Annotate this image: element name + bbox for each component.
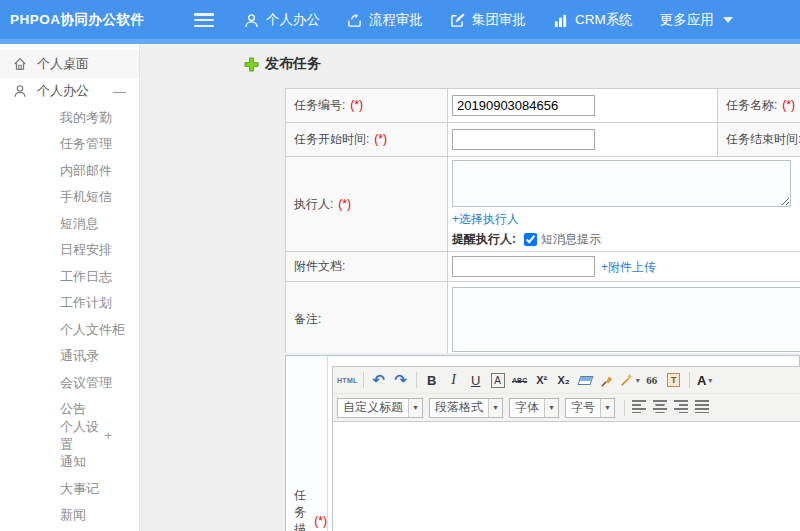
superscript-button[interactable]: X² (532, 370, 552, 390)
caret-down-icon (723, 17, 733, 23)
rich-text-editor: HTML ↶ ↷ B I U A ABC X² X₂ (332, 366, 800, 531)
start-time-label-cell: 任务开始时间:(*) (286, 123, 448, 157)
attachment-upload-link[interactable]: +附件上传 (601, 260, 656, 274)
bold-button[interactable]: B (422, 370, 442, 390)
undo-icon[interactable]: ↶ (369, 370, 389, 390)
app-header: PHPOA协同办公软件 个人办公 流程审批 集团审批 CRM系统 (0, 0, 800, 44)
sidebar-item-task-management[interactable]: 任务管理 (0, 131, 139, 158)
hamburger-menu-icon[interactable] (194, 13, 214, 27)
html-source-button[interactable]: HTML (337, 370, 358, 390)
description-label-cell: 任务描述:(*) (286, 356, 328, 531)
caret-down-icon: ▾ (708, 376, 712, 385)
subscript-button[interactable]: X₂ (554, 370, 574, 390)
sidebar-item-mobile-sms[interactable]: 手机短信 (0, 184, 139, 211)
nav-crm-system[interactable]: CRM系统 (553, 11, 633, 29)
edit-square-icon (450, 13, 465, 28)
sidebar-item-work-plan[interactable]: 工作计划 (0, 290, 139, 317)
user-icon (12, 83, 28, 99)
underline-button[interactable]: U (466, 370, 486, 390)
sms-remind-checkbox[interactable] (524, 233, 537, 246)
align-left-icon[interactable] (632, 399, 647, 417)
sidebar-item-schedule[interactable]: 日程安排 (0, 237, 139, 264)
home-icon (12, 56, 28, 72)
nav-group-approval[interactable]: 集团审批 (450, 11, 526, 29)
remind-executor-label: 提醒执行人: (452, 231, 516, 248)
sidebar-item-notice[interactable]: 通知 (0, 449, 139, 476)
bar-chart-icon (553, 13, 568, 28)
task-description-section: 任务描述:(*) HTML ↶ ↷ B I U A ABC X² X₂ (285, 355, 800, 531)
sidebar-item-news[interactable]: 新闻 (0, 502, 139, 529)
top-navigation: 个人办公 流程审批 集团审批 CRM系统 更多应用 (244, 11, 733, 29)
required-mark: (*) (314, 514, 327, 528)
redo-icon[interactable]: ↷ (391, 370, 411, 390)
sidebar-item-internal-mail[interactable]: 内部邮件 (0, 158, 139, 185)
blockquote-button[interactable]: 66 (642, 370, 662, 390)
executor-label-cell: 执行人:(*) (286, 157, 448, 252)
required-mark: (*) (338, 197, 351, 211)
task-form: 任务编号:(*) 任务名称:(*) 任务开始时间:(*) 任务结束时间:(*) (285, 88, 800, 353)
align-right-icon[interactable] (674, 399, 689, 417)
nav-more-apps[interactable]: 更多应用 (660, 11, 733, 29)
custom-heading-dropdown[interactable]: 自定义标题▾ (337, 398, 423, 418)
remark-label-cell: 备注: (286, 282, 448, 354)
attachment-input[interactable] (452, 256, 595, 277)
sidebar-item-address-book[interactable]: 通讯录 (0, 343, 139, 370)
paste-from-word-icon[interactable]: T (664, 370, 684, 390)
start-time-input[interactable] (452, 129, 595, 150)
sidebar-item-short-message[interactable]: 短消息 (0, 211, 139, 238)
required-mark: (*) (782, 98, 795, 112)
eraser-icon[interactable] (576, 370, 596, 390)
paragraph-format-dropdown[interactable]: 段落格式▾ (429, 398, 503, 418)
page-title: 发布任务 (265, 55, 321, 73)
nav-workflow-approval[interactable]: 流程审批 (347, 11, 423, 29)
end-time-label-cell: 任务结束时间:(*) (718, 123, 800, 157)
sidebar-item-memorabilia[interactable]: 大事记 (0, 476, 139, 503)
task-number-label-cell: 任务编号:(*) (286, 89, 448, 123)
format-brush-icon[interactable] (598, 370, 618, 390)
remind-executor-row: 提醒执行人: 短消息提示 (452, 231, 800, 248)
attachment-label-cell: 附件文档: (286, 252, 448, 282)
strikethrough-button[interactable]: ABC (510, 370, 530, 390)
font-color-button[interactable]: A ▾ (695, 370, 715, 390)
page-title-row: 发布任务 (244, 55, 321, 73)
editor-toolbar-row-1: HTML ↶ ↷ B I U A ABC X² X₂ (333, 367, 800, 394)
sidebar-item-meeting-management[interactable]: 会议管理 (0, 370, 139, 397)
magic-wand-icon[interactable]: ▾ (620, 370, 640, 390)
required-mark: (*) (374, 132, 387, 146)
remove-format-button[interactable]: A (491, 373, 505, 388)
workflow-icon (347, 13, 362, 28)
sidebar-item-personal-file-cabinet[interactable]: 个人文件柜 (0, 317, 139, 344)
font-family-dropdown[interactable]: 字体▾ (509, 398, 559, 418)
editor-toolbar-row-2: 自定义标题▾ 段落格式▾ 字体▾ 字号▾ (333, 394, 800, 421)
choose-executor-link[interactable]: +选择执行人 (452, 211, 800, 228)
sidebar-item-my-attendance[interactable]: 我的考勤 (0, 105, 139, 132)
sidebar-item-personal-desktop[interactable]: 个人桌面 (0, 50, 139, 78)
align-justify-icon[interactable] (695, 399, 710, 417)
executor-textarea[interactable] (452, 160, 791, 207)
task-name-label-cell: 任务名称:(*) (718, 89, 800, 123)
caret-down-icon: ▾ (636, 376, 640, 385)
align-center-icon[interactable] (653, 399, 668, 417)
user-icon (244, 13, 259, 28)
required-mark: (*) (350, 98, 363, 112)
task-number-input[interactable] (452, 95, 595, 116)
sidebar-item-work-log[interactable]: 工作日志 (0, 264, 139, 291)
sidebar-item-personal-settings[interactable]: 个人设置 + (0, 423, 139, 450)
sidebar-item-personal-office[interactable]: 个人办公 — (0, 78, 139, 105)
plus-icon (244, 57, 259, 72)
sidebar: 个人桌面 个人办公 — 我的考勤 任务管理 内部邮件 手机短信 短消息 日程安排… (0, 44, 140, 531)
nav-personal-office[interactable]: 个人办公 (244, 11, 320, 29)
main-content: 发布任务 任务编号:(*) 任务名称:(*) 任务开始时间:(*) (140, 44, 800, 531)
italic-button[interactable]: I (444, 370, 464, 390)
sms-remind-label: 短消息提示 (541, 231, 601, 248)
font-size-dropdown[interactable]: 字号▾ (565, 398, 615, 418)
editor-content-area[interactable] (333, 421, 800, 531)
app-logo: PHPOA协同办公软件 (0, 11, 162, 29)
remark-textarea[interactable] (452, 287, 800, 352)
expand-plus-icon[interactable]: + (104, 428, 112, 443)
collapse-minus-icon[interactable]: — (113, 84, 126, 99)
